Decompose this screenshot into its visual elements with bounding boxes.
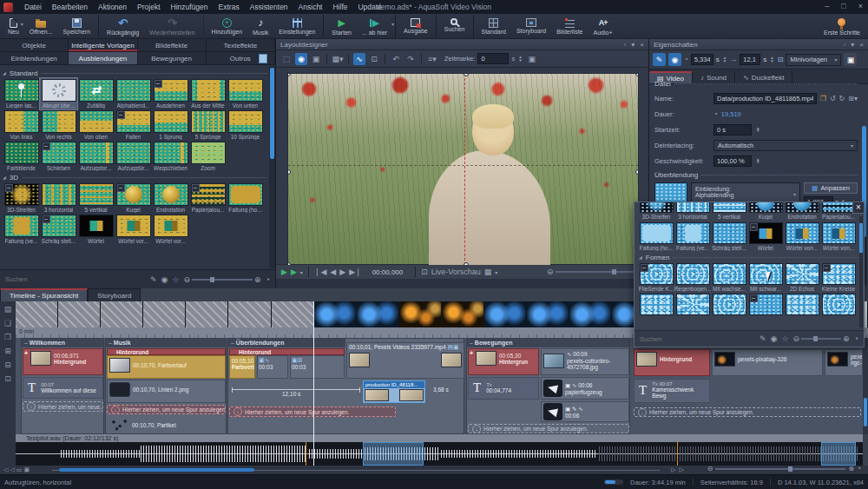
copy-icon[interactable]: ❐	[820, 95, 826, 102]
popup-transition-item[interactable]: Kleine Kreise	[820, 262, 857, 293]
prev-keyframe-icon[interactable]: ↶	[390, 53, 402, 65]
monitor-icon[interactable]: ⊡	[778, 56, 784, 63]
transition-item[interactable]: Aufzugstor...	[77, 141, 115, 172]
filmstrip-frame[interactable]	[143, 301, 186, 327]
pin-icon[interactable]: ▾	[851, 41, 854, 49]
popup-transition-item[interactable]: Kugel	[747, 202, 784, 221]
preview-canvas[interactable]	[288, 74, 638, 265]
eye-icon[interactable]: ◉	[771, 334, 778, 343]
zeitmarke-stepper[interactable]	[517, 56, 523, 62]
selection-handle[interactable]	[288, 169, 291, 175]
rotate-left-icon[interactable]: ↺	[830, 95, 836, 102]
toolbox-main-tab[interactable]: Bildeffekte	[138, 39, 207, 51]
clip-short[interactable]: ▣⊞00:03	[290, 355, 345, 379]
clip-papierflugzeug2[interactable]: ▣ ✎ ∿00:06	[541, 401, 629, 422]
popup-transition-item[interactable]: Mit wachse...	[711, 262, 747, 293]
filmstrip-frame[interactable]	[527, 301, 569, 327]
selection-handle[interactable]	[635, 169, 638, 175]
zoom-out-icon[interactable]: ⊖	[707, 465, 713, 472]
filmstrip-frame[interactable]	[272, 301, 314, 327]
more-icon[interactable]: ⊞▾	[848, 95, 858, 102]
play-options-icon[interactable]: ▾	[300, 269, 303, 275]
toolbar-button[interactable]: Musik	[247, 15, 273, 37]
star-icon[interactable]: ☆	[172, 275, 179, 284]
transition-item[interactable]: Schräg stell...	[40, 214, 77, 245]
filmstrip-frame[interactable]	[101, 301, 143, 327]
audio-track-header[interactable]: Testpilot.wav (Dauer: 02:12/132 s)	[16, 434, 863, 442]
layers2-icon[interactable]: ❐	[4, 333, 11, 341]
clip-papierflugzeug[interactable]: ▣ ∿ 00:06papierflugzeug	[541, 377, 629, 400]
close-icon[interactable]: ×	[858, 0, 863, 13]
layers-icon[interactable]: ❏	[4, 319, 11, 327]
transition-item[interactable]: Würfel vor...	[152, 214, 189, 245]
transition-item[interactable]: 1 Sprung	[152, 109, 189, 141]
preview-mode-label[interactable]: Live-Vorschau	[431, 268, 481, 276]
menu-item[interactable]: Projekt	[132, 0, 165, 14]
zoom-in-icon[interactable]: ⊕	[848, 465, 854, 472]
timeline-tab[interactable]: Storyboard	[88, 288, 141, 301]
clip-production-selected[interactable]: production ID_48118...	[363, 380, 425, 403]
pencil-icon[interactable]: ✎	[150, 275, 157, 284]
visibility-icon[interactable]: ◉	[668, 53, 681, 66]
h-scrollbar[interactable]	[59, 468, 254, 472]
toolbar-button[interactable]: Ausgabe	[398, 15, 437, 37]
eye-icon[interactable]: ◉	[161, 275, 168, 284]
save-view-icon[interactable]: ▣	[526, 53, 538, 65]
toolbox-sub-tab[interactable]: Bewegungen	[138, 52, 207, 64]
clip-linien[interactable]: 00:10,70, Linien 2.png	[107, 380, 226, 403]
selection-handle[interactable]	[288, 262, 291, 265]
toolbar-button[interactable]: Suchen	[439, 15, 474, 37]
transition-item[interactable]: Von rechts	[40, 109, 77, 141]
transition-item[interactable]: Alphablend...	[115, 78, 152, 109]
filmstrip-frame[interactable]	[569, 301, 612, 327]
play-from-icon[interactable]: ▶	[291, 268, 297, 276]
startzeit-stepper[interactable]	[755, 127, 760, 133]
toolbox-main-tab[interactable]: Texteffekte	[207, 39, 275, 51]
clip-pixabay[interactable]: pexels-pixabay-326	[712, 349, 823, 376]
audio-selection[interactable]	[821, 442, 856, 466]
zeitmarke-input[interactable]	[477, 53, 509, 64]
chapter-title[interactable]: Überblendungen	[228, 339, 345, 347]
next-keyframe-icon[interactable]: ↷	[404, 53, 417, 65]
popup-transition-item[interactable]: Fließende K...	[638, 262, 674, 293]
skip-start-icon[interactable]: ❘◀	[314, 268, 326, 276]
clip-pexels-video[interactable]: 00:10,01, Pexels Videos 2335977.mp4 ▤▣	[346, 342, 464, 379]
drop-zone[interactable]: Hierher ziehen, um neue...	[23, 401, 103, 412]
popup-zoom-slider[interactable]	[801, 338, 841, 340]
transition-item[interactable]: Abrupt übe...	[40, 78, 77, 109]
filmstrip-frame[interactable]	[58, 301, 101, 327]
toolbar-button[interactable]: Audio+	[589, 15, 618, 37]
clip-hintergrund[interactable]: + 00:05,30Hintergrun	[468, 348, 539, 375]
save-preset-icon[interactable]: ▣	[844, 53, 857, 66]
transition-item[interactable]: Liegen las...	[3, 78, 40, 109]
preview-mode-grid-icon[interactable]: ▦	[484, 268, 492, 276]
audio-selection[interactable]	[363, 442, 424, 466]
minimize-icon[interactable]: –	[825, 0, 829, 13]
step-fwd-icon[interactable]: ▶	[339, 268, 345, 276]
zoom-slider[interactable]	[192, 279, 253, 281]
popup-search-input[interactable]	[640, 335, 755, 343]
clip-text-willkommen[interactable]: T 00:07Willkommen auf diese	[23, 377, 103, 399]
transition-item[interactable]: Zufällig	[77, 78, 115, 109]
image-tool-icon[interactable]: ▣	[310, 53, 322, 65]
clock-icon[interactable]: ◔	[266, 275, 270, 284]
track-options-icon[interactable]: ▤	[4, 305, 12, 314]
float-icon[interactable]: ▫	[843, 41, 845, 49]
transition-item[interactable]: Farbblende	[3, 141, 40, 172]
selection-handle[interactable]	[464, 262, 469, 265]
toolbar-button[interactable]: Einstellungen	[273, 15, 324, 37]
menu-item[interactable]: Extras	[214, 0, 245, 14]
clip-ngc[interactable]: pexels-ngc-ko	[825, 349, 863, 376]
time2-stepper[interactable]	[769, 56, 774, 63]
filmstrip-frame[interactable]	[357, 301, 399, 327]
selection-handle[interactable]	[288, 74, 291, 76]
skip-end-icon[interactable]: ▶❘	[349, 268, 361, 276]
clip-farbverlauf[interactable]: 00:05,10Farbverlauf	[229, 355, 255, 379]
loop-icon[interactable]: ▣	[23, 466, 30, 473]
transition-item[interactable]: Endrotation	[152, 182, 189, 214]
transition-item[interactable]: 5 Sprünge	[189, 109, 227, 141]
chapter-title[interactable]: Bewegungen	[467, 339, 629, 347]
transition-item[interactable]: Zoom	[189, 141, 227, 172]
frame-icon[interactable]: ⊞	[4, 347, 11, 355]
filmstrip-frame[interactable]	[228, 301, 271, 327]
